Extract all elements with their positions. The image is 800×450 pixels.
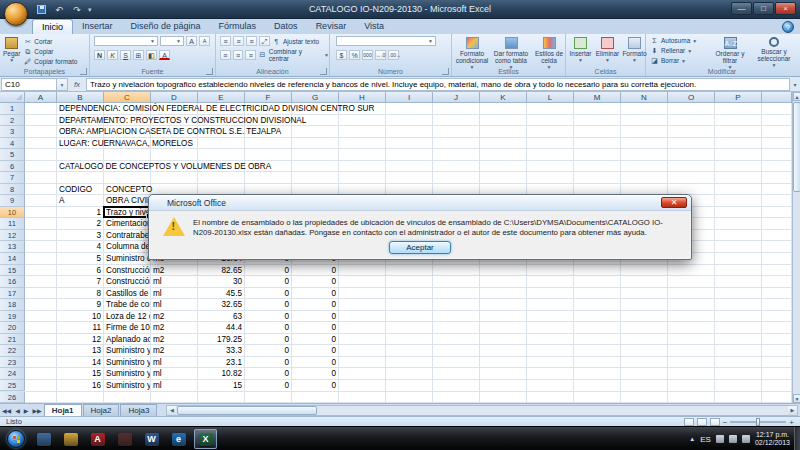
row-header-26[interactable]: 26 bbox=[0, 392, 25, 404]
scroll-up-icon[interactable]: ▲ bbox=[793, 92, 800, 101]
cell-D18[interactable]: ml bbox=[151, 299, 197, 310]
row-header-7[interactable]: 7 bbox=[0, 172, 25, 184]
autosum-button[interactable]: ΣAutosuma▼ bbox=[650, 36, 697, 45]
column-header-J[interactable]: J bbox=[433, 92, 480, 103]
cell-E17[interactable]: 45.5 bbox=[198, 288, 244, 299]
scroll-left-icon[interactable]: ◀ bbox=[167, 406, 176, 415]
scroll-down-icon[interactable]: ▼ bbox=[793, 394, 800, 403]
row-header-2[interactable]: 2 bbox=[0, 115, 25, 127]
cell-B22[interactable]: 13 bbox=[57, 345, 103, 356]
cell-C12[interactable]: Contratrabe bbox=[104, 230, 150, 241]
row-header-25[interactable]: 25 bbox=[0, 380, 25, 392]
row-header-9[interactable]: 9 bbox=[0, 195, 25, 207]
cell-B17[interactable]: 8 bbox=[57, 288, 103, 299]
paste-button[interactable]: Pegar▼ bbox=[3, 35, 20, 66]
vertical-scrollbar[interactable]: ▲ ▼ bbox=[792, 92, 800, 403]
cell-C25[interactable]: Suministro y bbox=[104, 380, 150, 391]
align-middle-icon[interactable]: ≡ bbox=[233, 36, 244, 46]
ribbon-tab-insertar[interactable]: Insertar bbox=[73, 19, 122, 34]
taskbar-app-browser[interactable] bbox=[113, 429, 136, 449]
help-icon[interactable]: ? bbox=[782, 21, 794, 33]
horizontal-scroll-thumb[interactable] bbox=[177, 406, 317, 415]
prev-sheet-icon[interactable]: ◀ bbox=[13, 407, 22, 414]
cell-B10[interactable]: 1 bbox=[57, 207, 103, 218]
merge-center-button[interactable]: ⊟Combinar y centrar▼ bbox=[258, 51, 329, 60]
cell-C18[interactable]: Trabe de cor bbox=[104, 299, 150, 310]
zoom-slider-thumb[interactable] bbox=[756, 418, 760, 426]
cell-F24[interactable]: 0 bbox=[245, 368, 291, 379]
format-cells-button[interactable]: Formato▼ bbox=[622, 35, 647, 64]
cell-E16[interactable]: 30 bbox=[198, 276, 244, 287]
scroll-right-icon[interactable]: ▶ bbox=[788, 406, 797, 415]
cell-B20[interactable]: 11 bbox=[57, 322, 103, 333]
last-sheet-icon[interactable]: ▶▶ bbox=[30, 407, 43, 414]
name-box-dropdown-icon[interactable]: ▼ bbox=[57, 78, 68, 91]
insert-function-icon[interactable]: fx bbox=[68, 80, 86, 89]
accept-button[interactable]: Aceptar bbox=[389, 241, 451, 254]
copy-button[interactable]: ⧉Copiar bbox=[23, 47, 77, 56]
format-as-table-button[interactable]: Dar formato como tabla▼ bbox=[492, 35, 530, 71]
cell-B16[interactable]: 7 bbox=[57, 276, 103, 287]
cell-F19[interactable]: 0 bbox=[245, 311, 291, 322]
minimize-button[interactable]: — bbox=[731, 2, 752, 15]
cell-B12[interactable]: 3 bbox=[57, 230, 103, 241]
cell-B6[interactable]: CATALOGO DE CONCEPTOS Y VOLUMENES DE OBR… bbox=[57, 161, 271, 172]
row-header-16[interactable]: 16 bbox=[0, 276, 25, 288]
cell-F15[interactable]: 0 bbox=[245, 265, 291, 276]
cell-D21[interactable]: m2 bbox=[151, 334, 197, 345]
taskbar-app-internet-explorer[interactable]: e bbox=[167, 429, 190, 449]
cell-B1[interactable]: DEPENDENCIA: COMISIÓN FEDERAL DE ELECTRI… bbox=[57, 103, 374, 114]
cell-D17[interactable]: ml bbox=[151, 288, 197, 299]
language-indicator[interactable]: ES bbox=[700, 435, 711, 444]
row-header-23[interactable]: 23 bbox=[0, 357, 25, 369]
cell-G16[interactable]: 0 bbox=[292, 276, 338, 287]
ribbon-tab-vista[interactable]: Vista bbox=[355, 19, 393, 34]
cut-button[interactable]: ✂Cortar bbox=[23, 37, 77, 46]
column-header-G[interactable]: G bbox=[292, 92, 339, 103]
show-desktop-button[interactable] bbox=[794, 427, 800, 450]
zoom-slider[interactable] bbox=[730, 421, 786, 423]
column-header-O[interactable]: O bbox=[668, 92, 715, 103]
taskbar-app-explorer[interactable] bbox=[32, 429, 55, 449]
column-header-N[interactable]: N bbox=[621, 92, 668, 103]
cell-E25[interactable]: 15 bbox=[198, 380, 244, 391]
formula-input[interactable]: Trazo y nivelación topografico estableci… bbox=[86, 78, 790, 91]
cell-F18[interactable]: 0 bbox=[245, 299, 291, 310]
column-header-A[interactable]: A bbox=[25, 92, 57, 103]
alignment-dialog-launcher[interactable] bbox=[320, 68, 327, 75]
font-size-select[interactable]: ▼ bbox=[160, 36, 184, 46]
cell-B23[interactable]: 14 bbox=[57, 357, 103, 368]
increase-decimal-button[interactable]: ←.0 bbox=[375, 50, 386, 60]
cell-B13[interactable]: 4 bbox=[57, 241, 103, 252]
page-layout-view-icon[interactable] bbox=[697, 418, 707, 426]
taskbar-clock[interactable]: 12:17 p.m. 02/12/2013 bbox=[755, 431, 790, 447]
column-header-M[interactable]: M bbox=[574, 92, 621, 103]
cell-E23[interactable]: 23.1 bbox=[198, 357, 244, 368]
conditional-formatting-button[interactable]: Formato condicional▼ bbox=[454, 35, 490, 71]
cell-G20[interactable]: 0 bbox=[292, 322, 338, 333]
insert-cells-button[interactable]: Insertar▼ bbox=[568, 35, 593, 64]
shrink-font-button[interactable]: A bbox=[199, 36, 210, 46]
cell-B2[interactable]: DEPARTAMENTO: PROYECTOS Y CONSTRUCCION D… bbox=[57, 115, 306, 126]
column-header-I[interactable]: I bbox=[386, 92, 433, 103]
cell-D15[interactable]: m2 bbox=[151, 265, 197, 276]
cell-G19[interactable]: 0 bbox=[292, 311, 338, 322]
cell-C11[interactable]: Cimentacion bbox=[104, 218, 150, 229]
start-button[interactable] bbox=[7, 430, 25, 448]
cell-F22[interactable]: 0 bbox=[245, 345, 291, 356]
percent-format-button[interactable]: % bbox=[349, 50, 360, 60]
office-button[interactable] bbox=[4, 2, 28, 26]
cell-C23[interactable]: Suministro y bbox=[104, 357, 150, 368]
qat-dropdown-icon[interactable]: ▾ bbox=[88, 6, 92, 14]
cell-D25[interactable]: ml bbox=[151, 380, 197, 391]
row-header-13[interactable]: 13 bbox=[0, 241, 25, 253]
align-top-icon[interactable]: ≡ bbox=[220, 36, 231, 46]
cell-G15[interactable]: 0 bbox=[292, 265, 338, 276]
cell-G23[interactable]: 0 bbox=[292, 357, 338, 368]
undo-icon[interactable]: ↶ bbox=[52, 3, 66, 16]
cell-D23[interactable]: ml bbox=[151, 357, 197, 368]
row-header-14[interactable]: 14 bbox=[0, 253, 25, 265]
sort-filter-button[interactable]: A↓Z Ordenar y filtrar▼ bbox=[710, 35, 750, 71]
row-header-17[interactable]: 17 bbox=[0, 288, 25, 300]
cell-B8[interactable]: CODIGO bbox=[57, 184, 103, 195]
